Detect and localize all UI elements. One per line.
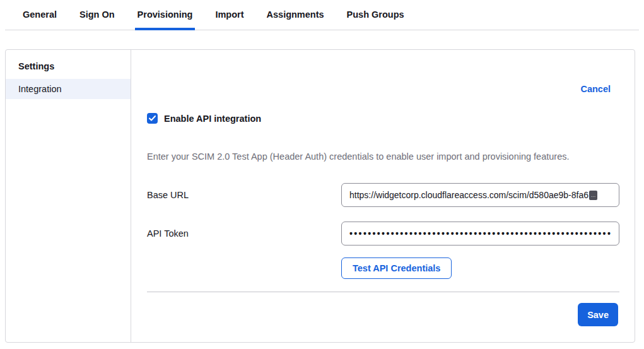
test-credentials-row: Test API Credentials [147, 257, 619, 279]
tab-provisioning[interactable]: Provisioning [135, 0, 196, 30]
base-url-row: Base URL https://widgetcorp.cloudflareac… [147, 183, 619, 207]
app-tabbar: General Sign On Provisioning Import Assi… [5, 0, 639, 30]
base-url-input[interactable]: https://widgetcorp.cloudflareaccess.com/… [341, 183, 619, 207]
settings-sidebar: Settings Integration [6, 50, 131, 342]
label-spacer [147, 257, 341, 279]
enable-api-row: Enable API integration [147, 113, 619, 124]
save-row: Save [147, 303, 619, 326]
test-api-credentials-button[interactable]: Test API Credentials [341, 257, 452, 279]
cancel-button[interactable]: Cancel [580, 84, 619, 94]
api-token-row: API Token ••••••••••••••••••••••••••••••… [147, 222, 619, 245]
tab-assignments[interactable]: Assignments [264, 0, 327, 30]
tab-general[interactable]: General [20, 0, 59, 30]
cancel-row: Cancel [147, 50, 619, 94]
base-url-label: Base URL [147, 190, 341, 200]
api-token-input[interactable]: ••••••••••••••••••••••••••••••••••••••••… [341, 222, 619, 245]
base-url-value: https://widgetcorp.cloudflareaccess.com/… [349, 190, 588, 200]
sidebar-heading: Settings [6, 55, 131, 79]
text-overflow-block-icon: … [589, 191, 597, 200]
tab-push-groups[interactable]: Push Groups [344, 0, 407, 30]
integration-settings-panel: Cancel Enable API integration Enter your… [131, 50, 635, 342]
api-token-label: API Token [147, 228, 341, 239]
provisioning-card: Settings Integration Cancel Enable API i… [5, 49, 635, 343]
sidebar-item-integration[interactable]: Integration [6, 79, 131, 99]
tab-sign-on[interactable]: Sign On [77, 0, 117, 30]
credentials-description: Enter your SCIM 2.0 Test App (Header Aut… [147, 151, 619, 162]
enable-api-integration-checkbox[interactable] [147, 113, 158, 124]
check-icon [149, 115, 156, 121]
api-token-masked-value: ••••••••••••••••••••••••••••••••••••••••… [349, 228, 611, 239]
footer-divider [147, 292, 619, 292]
enable-api-integration-label: Enable API integration [164, 114, 261, 124]
save-button[interactable]: Save [578, 303, 618, 326]
tab-import[interactable]: Import [213, 0, 246, 30]
